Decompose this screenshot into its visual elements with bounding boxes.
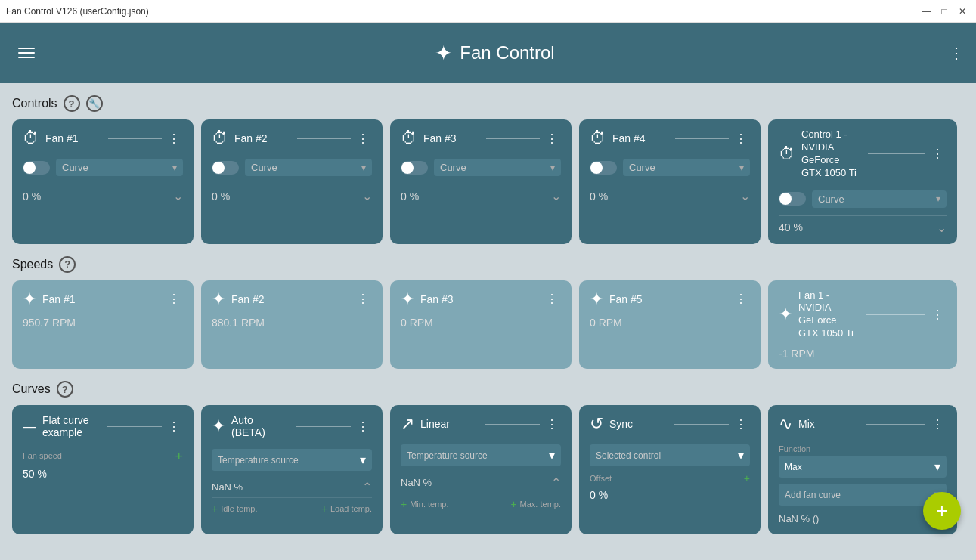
controls-section-header: Controls ? 🔧 xyxy=(12,95,964,112)
close-button[interactable]: ✕ xyxy=(955,4,970,19)
speedometer-icon-fan3: ⏱ xyxy=(401,128,417,148)
auto-temp-source-arrow: ▾ xyxy=(360,453,366,467)
controls-wrench-icon[interactable]: 🔧 xyxy=(86,95,103,112)
header-more-button[interactable]: ⋮ xyxy=(949,44,964,62)
speeds-help-icon[interactable]: ? xyxy=(59,256,76,273)
speeds-section-header: Speeds ? xyxy=(12,256,964,273)
speed-card-fan3-title: Fan #3 xyxy=(420,293,476,305)
controls-help-icon[interactable]: ? xyxy=(64,95,80,112)
auto-curve-icon: ✦ xyxy=(212,416,225,436)
control-fan2-toggle[interactable] xyxy=(212,161,239,175)
fan-spin-icon-2: ✦ xyxy=(212,289,225,309)
speed-card-fan5: ✦ Fan #5 ⋮ 0 RPM xyxy=(579,280,761,370)
control-card-fan2: ⏱ Fan #2 ⋮ Curve ▾ 0 % ⌄ xyxy=(201,119,383,244)
speedometer-icon-fan4: ⏱ xyxy=(590,128,606,148)
speedometer-icon-fan2: ⏱ xyxy=(212,128,228,148)
linear-expand[interactable]: ⌃ xyxy=(551,475,561,490)
control-fan1-curve-label: Curve xyxy=(62,162,172,173)
menu-button[interactable] xyxy=(12,42,41,64)
control-card-fan2-menu[interactable]: ⋮ xyxy=(354,130,372,147)
curve-auto-title: Auto (BETA) xyxy=(231,414,287,438)
controls-grid: ⏱ Fan #1 ⋮ Curve ▾ 0 % ⌄ xyxy=(12,119,964,244)
sync-control-label: Selected control xyxy=(596,450,661,461)
auto-expand[interactable]: ⌃ xyxy=(362,480,372,494)
speed-card-fan1: ✦ Fan #1 ⋮ 950.7 RPM xyxy=(12,280,194,370)
speed-nvidia-rpm: -1 RPM xyxy=(779,348,947,360)
curve-auto-menu[interactable]: ⋮ xyxy=(354,418,372,435)
speed-card-fan5-menu[interactable]: ⋮ xyxy=(732,290,750,308)
speed-card-nvidia-title: Fan 1 - NVIDIA GeForce GTX 1050 Ti xyxy=(798,289,857,341)
control-card-nvidia-menu[interactable]: ⋮ xyxy=(928,145,947,162)
control-fan4-curve-dropdown[interactable]: Curve ▾ xyxy=(623,159,750,176)
curve-mix-menu[interactable]: ⋮ xyxy=(928,416,947,433)
control-card-fan4-menu[interactable]: ⋮ xyxy=(732,130,750,147)
control-fan1-expand[interactable]: ⌄ xyxy=(173,189,183,203)
sync-offset-label: Offset xyxy=(590,474,612,483)
sync-offset-add[interactable]: + xyxy=(744,472,750,484)
speeds-section-title: Speeds xyxy=(12,258,53,271)
control-fan4-expand[interactable]: ⌄ xyxy=(740,189,750,203)
control-fan1-toggle[interactable] xyxy=(23,161,50,175)
linear-curve-icon: ↗ xyxy=(401,414,414,434)
title-bar: Fan Control V126 (userConfig.json) — □ ✕ xyxy=(0,0,976,23)
control-nvidia-pct: 40 % xyxy=(779,221,803,234)
speed-fan2-rpm: 880.1 RPM xyxy=(212,317,372,329)
mix-nan-value: NaN % () xyxy=(779,513,819,524)
control-fan3-toggle[interactable] xyxy=(401,161,428,175)
control-fan3-curve-dropdown[interactable]: Curve ▾ xyxy=(434,159,561,176)
speed-card-fan2: ✦ Fan #2 ⋮ 880.1 RPM xyxy=(201,280,383,370)
curve-mix-title: Mix xyxy=(798,418,857,430)
curve-linear-title: Linear xyxy=(420,418,476,430)
control-card-nvidia: ⏱ Control 1 - NVIDIA GeForce GTX 1050 Ti… xyxy=(768,119,957,244)
flat-fan-speed-add[interactable]: + xyxy=(175,449,183,465)
curve-linear-menu[interactable]: ⋮ xyxy=(543,416,561,433)
fan-speed-label: Fan speed xyxy=(23,451,62,460)
speed-card-nvidia: ✦ Fan 1 - NVIDIA GeForce GTX 1050 Ti ⋮ -… xyxy=(768,280,957,370)
header-title-group: ✦ Fan Control xyxy=(435,41,554,66)
main-content: Controls ? 🔧 ⏱ Fan #1 ⋮ Curve ▾ xyxy=(0,83,976,560)
speed-card-fan3: ✦ Fan #3 ⋮ 0 RPM xyxy=(390,280,572,370)
add-fab-button[interactable]: + xyxy=(923,492,961,530)
linear-max-label: Max. temp. xyxy=(520,500,561,509)
speed-card-fan5-title: Fan #5 xyxy=(609,293,665,305)
control-nvidia-toggle[interactable] xyxy=(779,192,806,206)
control-fan4-toggle[interactable] xyxy=(590,161,617,175)
curve-flat-menu[interactable]: ⋮ xyxy=(165,418,183,435)
control-card-fan1-menu[interactable]: ⋮ xyxy=(165,130,183,147)
mix-function-dropdown[interactable]: Max ▾ xyxy=(779,456,947,478)
control-card-fan3: ⏱ Fan #3 ⋮ Curve ▾ 0 % ⌄ xyxy=(390,119,572,244)
linear-temp-source-dropdown[interactable]: Temperature source ▾ xyxy=(401,444,561,466)
control-fan1-curve-dropdown[interactable]: Curve ▾ xyxy=(56,159,183,176)
minimize-button[interactable]: — xyxy=(919,4,934,19)
control-card-nvidia-title: Control 1 - NVIDIA GeForce GTX 1050 Ti xyxy=(801,128,859,180)
curves-section-title: Curves xyxy=(12,382,51,396)
curves-help-icon[interactable]: ? xyxy=(57,381,73,398)
control-nvidia-expand[interactable]: ⌄ xyxy=(937,221,947,235)
sync-control-dropdown[interactable]: Selected control ▾ xyxy=(590,444,750,466)
control-card-fan4-title: Fan #4 xyxy=(612,132,666,144)
mix-add-fan-dropdown[interactable]: Add fan curve ▾ xyxy=(779,484,947,506)
control-nvidia-curve-dropdown[interactable]: Curve ▾ xyxy=(812,190,947,208)
auto-nan-value: NaN % xyxy=(212,481,243,493)
speed-card-fan1-menu[interactable]: ⋮ xyxy=(165,290,183,308)
speed-card-fan2-title: Fan #2 xyxy=(231,293,287,305)
control-fan3-expand[interactable]: ⌄ xyxy=(551,189,561,203)
sync-offset-value: 0 % xyxy=(590,489,750,501)
control-fan1-dropdown-arrow: ▾ xyxy=(172,162,177,173)
maximize-button[interactable]: □ xyxy=(937,4,952,19)
control-fan3-pct: 0 % xyxy=(401,190,419,203)
mix-function-label: Function xyxy=(779,444,947,453)
auto-idle-label: Idle temp. xyxy=(221,504,257,513)
speed-card-fan2-menu[interactable]: ⋮ xyxy=(354,290,372,308)
control-card-fan3-menu[interactable]: ⋮ xyxy=(543,130,561,147)
fan-spin-icon-1: ✦ xyxy=(23,289,36,309)
curve-sync-menu[interactable]: ⋮ xyxy=(732,416,750,433)
speed-card-nvidia-menu[interactable]: ⋮ xyxy=(928,306,947,323)
app-title: Fan Control V126 (userConfig.json) xyxy=(6,6,149,17)
linear-max-plus: + xyxy=(510,498,516,510)
control-fan2-expand[interactable]: ⌄ xyxy=(362,189,372,203)
curve-flat-title: Flat curve example xyxy=(42,414,98,438)
control-fan2-curve-dropdown[interactable]: Curve ▾ xyxy=(245,159,372,176)
speed-card-fan3-menu[interactable]: ⋮ xyxy=(543,290,561,308)
auto-temp-source-dropdown[interactable]: Temperature source ▾ xyxy=(212,449,372,471)
